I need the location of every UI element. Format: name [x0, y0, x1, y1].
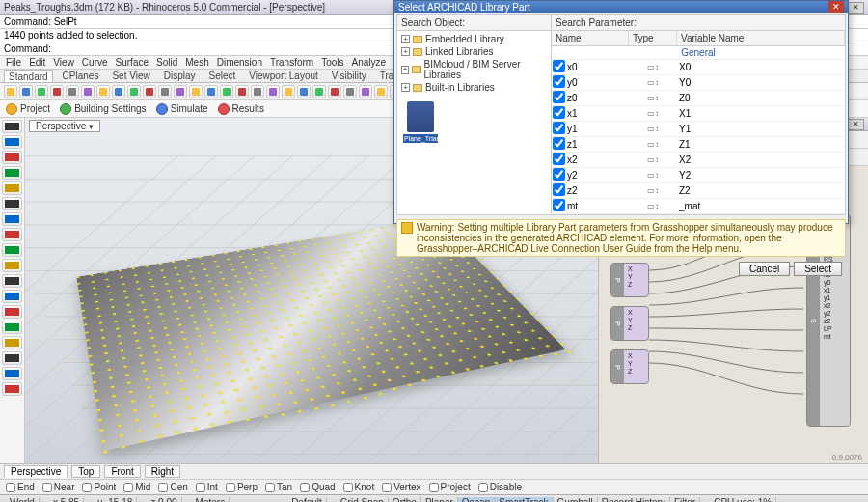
left-tool-12[interactable]	[2, 305, 22, 319]
tree-item[interactable]: +Embedded Library	[401, 33, 547, 45]
osnap-quad[interactable]: Quad	[300, 482, 335, 492]
param-row[interactable]: x2▭↕X2	[552, 153, 845, 168]
menu-solid[interactable]: Solid	[156, 57, 177, 68]
library-tree[interactable]: +Embedded Library+Linked Libraries+BIMcl…	[397, 31, 551, 96]
toolbar-button-16[interactable]	[251, 85, 264, 98]
building-settings-button[interactable]: Building Settings	[60, 103, 147, 115]
toolbar-button-20[interactable]	[312, 85, 326, 98]
toolbar-button-15[interactable]	[235, 85, 249, 98]
param-row[interactable]: z0▭↕Z0	[552, 91, 845, 106]
tree-item[interactable]: +Linked Libraries	[401, 45, 547, 58]
left-tool-14[interactable]	[2, 336, 22, 349]
toolbar-button-14[interactable]	[220, 85, 233, 98]
view-tab-front[interactable]: Front	[104, 465, 140, 478]
osnap-end[interactable]: End	[6, 482, 35, 492]
toolbar-button-13[interactable]	[204, 85, 218, 98]
status-units[interactable]: Meters	[192, 497, 231, 502]
param-row[interactable]: x0▭↕X0	[552, 60, 845, 75]
select-button[interactable]: Select	[794, 262, 842, 276]
project-button[interactable]: Project	[6, 103, 50, 115]
status-layer[interactable]: Default	[287, 497, 327, 502]
osnap-int[interactable]: Int	[196, 482, 218, 492]
osnap-project[interactable]: Project	[429, 482, 471, 492]
param-row[interactable]: mt▭↕_mat	[552, 199, 845, 214]
toolbar-button-11[interactable]	[174, 85, 187, 98]
status-osnap[interactable]: Osnap	[458, 497, 495, 502]
menu-analyze[interactable]: Analyze	[352, 57, 387, 68]
toolbar-button-7[interactable]	[112, 85, 125, 98]
osnap-knot[interactable]: Knot	[343, 482, 375, 492]
menu-edit[interactable]: Edit	[29, 57, 45, 68]
menu-mesh[interactable]: Mesh	[185, 57, 208, 68]
left-tool-8[interactable]	[2, 243, 22, 257]
toolbar-button-10[interactable]	[158, 85, 172, 98]
menu-dimension[interactable]: Dimension	[217, 57, 262, 68]
toolbar-button-4[interactable]	[66, 85, 79, 98]
menu-file[interactable]: File	[6, 57, 21, 68]
toolbar-button-21[interactable]	[328, 85, 341, 98]
gh-close-icon[interactable]: ✕	[847, 119, 864, 130]
menu-transform[interactable]: Transform	[270, 57, 313, 68]
param-row[interactable]: x1▭↕X1	[552, 106, 845, 122]
left-tool-16[interactable]	[2, 367, 22, 380]
param-row[interactable]: z2▭↕Z2	[552, 183, 845, 199]
toolbar-button-24[interactable]	[374, 85, 388, 98]
status-filter[interactable]: Filter	[670, 497, 700, 502]
left-tool-10[interactable]	[2, 274, 22, 288]
toolbar-button-3[interactable]	[50, 85, 64, 98]
status-gumball[interactable]: Gumball	[554, 497, 598, 502]
left-tool-3[interactable]	[2, 166, 22, 180]
view-tab-perspective[interactable]: Perspective	[4, 465, 68, 478]
toolbar-button-6[interactable]	[96, 85, 110, 98]
toolbar-button-2[interactable]	[35, 85, 48, 98]
param-row[interactable]: y0▭↕Y0	[552, 75, 845, 91]
status-ortho[interactable]: Ortho	[389, 497, 421, 502]
left-tool-15[interactable]	[2, 351, 22, 365]
status-smarttrack[interactable]: SmartTrack	[495, 497, 553, 502]
simulate-button[interactable]: Simulate	[156, 103, 208, 115]
toolbar-button-1[interactable]	[19, 85, 33, 98]
osnap-near[interactable]: Near	[42, 482, 75, 492]
toolbar-button-9[interactable]	[143, 85, 156, 98]
param-row[interactable]: y1▭↕Y1	[552, 122, 845, 137]
tab-display[interactable]: Display	[160, 70, 200, 81]
osnap-mid[interactable]: Mid	[123, 482, 150, 492]
left-tool-2[interactable]	[2, 151, 22, 164]
left-tool-5[interactable]	[2, 197, 22, 210]
toolbar-button-12[interactable]	[189, 85, 203, 98]
menu-view[interactable]: View	[53, 57, 74, 68]
toolbar-button-8[interactable]	[127, 85, 141, 98]
toolbar-button-5[interactable]	[81, 85, 95, 98]
left-tool-17[interactable]	[2, 382, 22, 396]
param-row[interactable]: z1▭↕Z1	[552, 137, 845, 153]
toolbar-button-23[interactable]	[359, 85, 372, 98]
left-tool-11[interactable]	[2, 290, 22, 303]
tree-item[interactable]: +Built-in Libraries	[401, 81, 547, 94]
tab-visibility[interactable]: Visibility	[328, 70, 370, 81]
close-button[interactable]: ✕	[847, 2, 864, 14]
status-record-history[interactable]: Record History	[598, 497, 670, 502]
osnap-cen[interactable]: Cen	[158, 482, 187, 492]
tab-select[interactable]: Select	[205, 70, 240, 81]
left-tool-0[interactable]	[2, 120, 22, 133]
tab-set-view[interactable]: Set View	[108, 70, 153, 81]
toolbar-button-17[interactable]	[266, 85, 280, 98]
view-tab-right[interactable]: Right	[145, 465, 180, 478]
menu-curve[interactable]: Curve	[82, 57, 108, 68]
cancel-button[interactable]: Cancel	[739, 262, 790, 276]
left-tool-7[interactable]	[2, 228, 22, 241]
status-grid-snap[interactable]: Grid Snap	[337, 497, 389, 502]
tab-standard[interactable]: Standard	[4, 70, 53, 82]
toolbar-button-0[interactable]	[4, 85, 17, 98]
toolbar-button-22[interactable]	[343, 85, 357, 98]
left-tool-1[interactable]	[2, 135, 22, 149]
toolbar-button-19[interactable]	[297, 85, 311, 98]
osnap-point[interactable]: Point	[82, 482, 116, 492]
dialog-titlebar[interactable]: Select ARCHICAD Library Part ✕	[394, 1, 848, 13]
menu-tools[interactable]: Tools	[321, 57, 343, 68]
menu-surface[interactable]: Surface	[116, 57, 149, 68]
view-tab-top[interactable]: Top	[71, 465, 100, 478]
param-row[interactable]: y2▭↕Y2	[552, 168, 845, 183]
results-button[interactable]: Results	[218, 103, 264, 115]
osnap-perp[interactable]: Perp	[226, 482, 258, 492]
